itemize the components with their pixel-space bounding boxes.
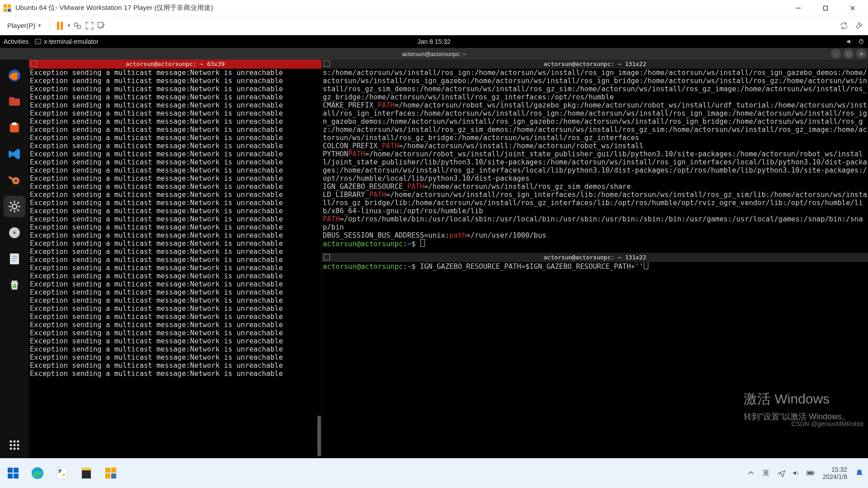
svg-point-47 [17,448,19,450]
svg-rect-1 [8,4,11,8]
svg-point-44 [17,444,19,446]
log-line: Exception sending a multicast message:Ne… [30,231,321,239]
pane-title: actorsun@actorsunpc: ~ 63x39 [126,60,225,68]
cycle-skins-button[interactable] [839,21,849,31]
ubuntu-dock [0,60,29,458]
log-line: Exception sending a multicast message:Ne… [30,248,321,256]
tools-button[interactable] [854,21,864,31]
svg-rect-51 [14,474,19,479]
log-line: Exception sending a multicast message:Ne… [30,109,321,117]
terminal-window-title: actorsun@actorsunpc: ~ [402,51,466,57]
svg-point-40 [14,441,16,443]
fullscreen-button[interactable] [85,21,94,31]
env-line: IGN_GAZEBO_RESOURCE_PATH=/home/actorsun/… [323,183,867,191]
env-line: DBUS_SESSION_BUS_ADDRESS=unix:path=/run/… [323,231,867,239]
prompt-line[interactable]: actorsun@actorsunpc:~$ [323,239,867,248]
svg-rect-56 [82,468,91,470]
tray-volume-icon[interactable] [792,469,800,477]
focused-app-label: x-terminal-emulator [44,38,99,45]
log-line: Exception sending a multicast message:Ne… [30,264,321,272]
svg-point-39 [10,441,12,443]
guest-desktop: actorsun@actorsunpc: ~ 63x39 Exception s… [0,60,868,458]
svg-line-27 [10,202,12,204]
wm-maximize-button[interactable]: ▢ [844,49,854,59]
send-ctrl-alt-del-button[interactable] [73,21,83,31]
pane-titlebar: actorsun@actorsunpc: ~ 63x39 [29,60,321,69]
chevron-down-icon[interactable]: ▼ [66,23,71,28]
wm-close-button[interactable]: ✕ [856,49,866,59]
player-menu[interactable]: Player(P) ▼ [4,20,45,31]
dock-trash[interactable] [4,274,25,296]
terminal-pane-bottom-right[interactable]: actorsun@actorsunpc: ~ 131x22 actorsun@a… [322,253,868,458]
dock-files[interactable] [4,91,25,113]
power-icon[interactable] [858,38,864,45]
taskbar-vmware[interactable] [102,465,119,482]
terminal-pane-left[interactable]: actorsun@actorsunpc: ~ 63x39 Exception s… [29,60,322,458]
log-line: Exception sending a multicast message:Ne… [30,353,321,361]
taskbar-notes[interactable] [78,465,95,482]
tray-airplane-icon[interactable] [778,469,786,477]
dock-software[interactable] [4,117,25,139]
terminal-output[interactable]: Exception sending a multicast message:Ne… [29,69,321,458]
dock-settings[interactable] [4,196,25,217]
focused-app-indicator[interactable]: x-terminal-emulator [35,38,99,45]
prompt-line[interactable]: actorsun@actorsunpc:~$ IGN_GAZEBO_RESOUR… [323,262,867,271]
env-line: CMAKE_PREFIX_PATH=/home/actorsun/robot_w… [323,101,867,142]
dock-blender[interactable] [4,169,25,191]
dock-text-editor[interactable] [4,248,25,270]
svg-line-29 [17,202,19,204]
log-line: Exception sending a multicast message:Ne… [30,288,321,296]
volume-icon[interactable] [846,38,853,45]
pane-titlebar: actorsun@actorsunpc: ~ 131x22 [322,253,868,262]
pane-grid-icon [324,254,330,260]
dock-firefox[interactable] [4,65,25,86]
terminal-output[interactable]: actorsun@actorsunpc:~$ IGN_GAZEBO_RESOUR… [322,262,868,458]
svg-rect-63 [807,472,812,474]
scrollbar[interactable] [317,69,321,458]
activities-button[interactable]: Activities [4,38,28,45]
clock-label[interactable]: Jan 8 15:32 [417,38,450,45]
start-button[interactable] [5,465,22,482]
host-minimize-button[interactable] [785,0,812,16]
svg-rect-5 [824,6,828,10]
log-line: Exception sending a multicast message:Ne… [30,305,321,313]
vmware-app-icon [3,4,12,13]
separator [50,21,50,31]
wm-minimize-button[interactable]: – [831,49,841,59]
tray-battery-icon[interactable] [807,469,815,477]
tray-notifications-icon[interactable] [855,469,863,478]
tray-date: 2024/1/8 [823,473,848,480]
svg-rect-59 [105,474,110,479]
tray-time: 15:32 [831,466,847,473]
log-line: Exception sending a multicast message:Ne… [30,85,321,93]
csdn-watermark: CSDN @geniusMMRobot [791,420,863,427]
chevron-down-icon: ▼ [38,23,42,28]
dock-disc[interactable] [4,222,25,244]
unity-mode-button[interactable] [96,21,106,31]
tray-ime-indicator[interactable]: 英 [763,469,769,478]
taskbar-edge[interactable] [29,465,46,482]
dock-vscode[interactable] [4,143,25,165]
log-line: Exception sending a multicast message:Ne… [30,199,321,207]
log-line: Exception sending a multicast message:Ne… [30,150,321,158]
svg-point-22 [12,204,17,209]
host-window-title: Ubuntu 64 位- VMware Workstation 17 Playe… [15,4,213,12]
log-line: Exception sending a multicast message:Ne… [30,134,321,142]
terminal-window-titlebar[interactable]: actorsun@actorsunpc: ~ – ▢ ✕ [0,48,868,60]
taskbar-pycharm[interactable] [53,465,71,482]
dock-show-apps[interactable] [4,434,25,456]
terminal-output[interactable]: s:/home/actorsun/ws/install/ros_ign:/hom… [322,69,868,253]
svg-rect-19 [12,122,17,125]
pause-vm-button[interactable] [55,21,65,31]
tray-clock[interactable]: 15:32 2024/1/8 [823,466,848,480]
svg-rect-16 [9,99,20,106]
log-line: Exception sending a multicast message:Ne… [30,174,321,183]
tray-chevron-up-icon[interactable] [747,469,755,477]
host-close-button[interactable] [839,0,866,16]
svg-rect-50 [8,474,13,479]
svg-rect-3 [8,8,11,12]
host-window-titlebar: Ubuntu 64 位- VMware Workstation 17 Playe… [0,0,868,16]
svg-rect-0 [4,4,7,8]
terminal-pane-top-right[interactable]: actorsun@actorsunpc: ~ 131x22 s:/home/ac… [322,60,868,253]
host-maximize-button[interactable] [812,0,839,16]
